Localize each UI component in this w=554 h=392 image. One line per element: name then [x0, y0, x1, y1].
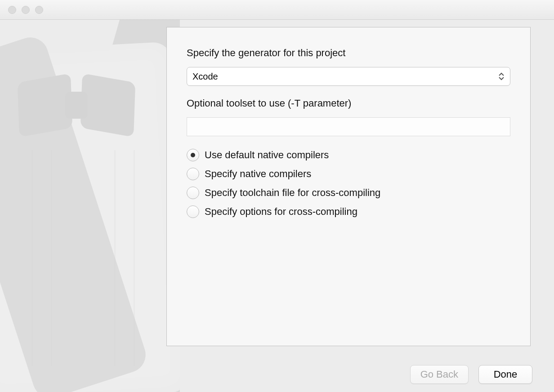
toolset-input[interactable]	[187, 117, 510, 136]
close-window-button[interactable]	[8, 6, 16, 14]
radio-label: Use default native compilers	[205, 149, 329, 161]
toolset-label: Optional toolset to use (-T parameter)	[187, 98, 510, 109]
radio-icon	[187, 168, 199, 180]
radio-label: Specify native compilers	[205, 168, 311, 180]
generator-select-value: Xcode	[192, 71, 498, 82]
radio-label: Specify toolchain file for cross-compili…	[205, 187, 380, 199]
button-label: Done	[494, 369, 518, 380]
dialog-footer: Go Back Done	[0, 365, 554, 384]
compiler-mode-radio-group: Use default native compilers Specify nat…	[187, 149, 510, 218]
generator-select[interactable]: Xcode	[187, 67, 510, 86]
background-illustration	[0, 20, 180, 392]
button-label: Go Back	[420, 369, 458, 380]
minimize-window-button[interactable]	[22, 6, 30, 14]
radio-label: Specify options for cross-compiling	[205, 206, 357, 218]
done-button[interactable]: Done	[478, 365, 532, 384]
generator-label: Specify the generator for this project	[187, 47, 510, 59]
go-back-button[interactable]: Go Back	[410, 365, 469, 384]
radio-cross-compile-options[interactable]: Specify options for cross-compiling	[187, 205, 510, 218]
radio-specify-native[interactable]: Specify native compilers	[187, 168, 510, 180]
radio-toolchain-file[interactable]: Specify toolchain file for cross-compili…	[187, 187, 510, 199]
radio-default-native[interactable]: Use default native compilers	[187, 149, 510, 161]
zoom-window-button[interactable]	[35, 6, 43, 14]
radio-icon	[187, 149, 199, 161]
chevron-up-down-icon	[498, 72, 505, 80]
radio-icon	[187, 205, 199, 218]
generator-config-panel: Specify the generator for this project X…	[166, 27, 531, 346]
radio-icon	[187, 187, 199, 199]
window-titlebar	[0, 0, 554, 20]
